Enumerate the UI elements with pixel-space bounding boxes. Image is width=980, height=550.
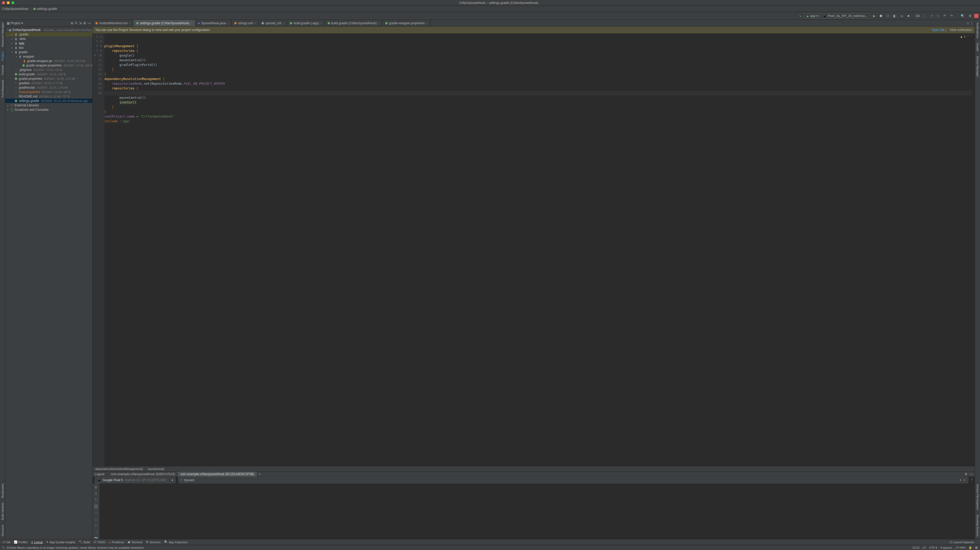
- expand-all-icon[interactable]: ⇱: [75, 21, 78, 25]
- stripe-running-devices[interactable]: Running Devices: [976, 515, 979, 536]
- indent[interactable]: 4 spaces: [940, 546, 952, 549]
- tree-item-app[interactable]: ▸▮app: [5, 41, 92, 45]
- tree-item-local-properties[interactable]: ▫local.properties2023/8/7, 10:29, 447 B: [5, 90, 92, 94]
- crumb-a[interactable]: dependencyResolutionManagement{}: [95, 468, 143, 471]
- tree-item-doc[interactable]: ▸▮doc: [5, 45, 92, 50]
- close-tab-icon[interactable]: ×: [320, 22, 322, 25]
- stripe-device-manager[interactable]: Device Manager: [976, 56, 979, 77]
- stripe-structure[interactable]: Structure: [1, 525, 4, 536]
- tab-strings-xml[interactable]: ⬢strings.xml×: [231, 20, 259, 26]
- next-icon[interactable]: ▹: [95, 518, 97, 521]
- soft-wrap-icon[interactable]: ↩: [95, 524, 97, 528]
- favorite-filter-icon[interactable]: ☆: [963, 478, 966, 482]
- device-dropdown[interactable]: 📱 Google Pixel 5 Android 13, API 33 [OFF…: [95, 477, 176, 483]
- project-tree[interactable]: ▾ ▣ CrifanXposedHook ~/dev/dev_root/crif…: [5, 27, 92, 539]
- clear-filter-icon[interactable]: ×: [960, 478, 961, 482]
- bb-git[interactable]: ⎇Git: [2, 540, 10, 544]
- tab-xposed-init[interactable]: ⬢xposed_init×: [259, 20, 287, 26]
- close-tab-icon[interactable]: ×: [426, 22, 428, 25]
- tree-item-gradlew-bat[interactable]: ▫gradlew.bat2023/8/7, 10:29, 2.76 kB: [5, 85, 92, 90]
- device-selector[interactable]: 📱 Pixel_3a_API_34_extension_level_7_ar..…: [821, 13, 870, 19]
- bb-problems[interactable]: ●Problems: [109, 540, 124, 544]
- mem-indicator[interactable]: ◧: [975, 546, 978, 549]
- tree-item-settings-gradle[interactable]: ⬢settings.gradle2023/8/9, 15:13, 351 B M…: [5, 98, 92, 103]
- minimize-window[interactable]: [7, 1, 10, 4]
- prev-icon[interactable]: ◃: [95, 512, 97, 515]
- close-window[interactable]: [2, 1, 5, 4]
- tree-item-build-gradle[interactable]: ⬢build.gradle2023/8/7, 10:29, 229 B: [5, 72, 92, 76]
- logcat-settings-icon[interactable]: ⚙: [965, 472, 967, 476]
- pause-log-icon[interactable]: ‖: [95, 491, 97, 495]
- tab-androidmanifest-xml[interactable]: ⬢AndroidManifest.xml×: [92, 20, 133, 26]
- logcat-output[interactable]: [99, 483, 975, 548]
- stripe-commit[interactable]: Commit: [1, 65, 4, 75]
- tree-item--gradle[interactable]: ▸▮.gradle: [5, 32, 92, 36]
- git-branch[interactable]: ⎇ main: [955, 546, 966, 549]
- scroll-end-icon[interactable]: ⤓: [94, 504, 98, 509]
- tab-options-icon[interactable]: ⋮: [970, 21, 973, 25]
- tree-item--idea[interactable]: ▸▮.idea: [5, 36, 92, 41]
- sync-icon[interactable]: ↘: [797, 14, 803, 18]
- tree-item--gitignore[interactable]: ▫.gitignore2023/8/7, 10:29, 225 B: [5, 68, 92, 72]
- editor-body[interactable]: 1 2 3 4 5 6 7 8 9 10 11 12 13 14 15 16 1…: [92, 33, 975, 466]
- profile-button[interactable]: ◧: [892, 14, 897, 18]
- coverage-button[interactable]: ⬡: [885, 14, 891, 18]
- git-update-button[interactable]: ↻: [935, 14, 941, 18]
- hide-notification-link[interactable]: Hide notification: [950, 28, 972, 32]
- close-tab-icon[interactable]: ×: [129, 22, 130, 25]
- redo-button[interactable]: ↷: [949, 14, 955, 18]
- tree-item-wrapper[interactable]: ▾▮wrapper: [5, 54, 92, 59]
- maximize-window[interactable]: [11, 1, 14, 4]
- caret-position[interactable]: 13:12: [912, 546, 920, 549]
- tab-build-gradle---app-[interactable]: ⬢build.gradle (:app)×: [287, 20, 325, 26]
- git-commit-button[interactable]: ✓: [921, 14, 927, 18]
- ide-avatar[interactable]: [974, 14, 978, 18]
- tab-settings-gradle--crifanxposedhook-[interactable]: ⬢settings.gradle (CrifanXposedHook)×: [133, 20, 196, 26]
- tab-gradle-wrapper-properties[interactable]: ⬢gradle-wrapper.properties×: [382, 20, 431, 26]
- git-push-button[interactable]: ↗: [928, 14, 934, 18]
- close-tab-icon[interactable]: ×: [255, 22, 256, 25]
- code-area[interactable]: ▲1 ˆ ˇpluginManagement { repositories { …: [104, 33, 975, 466]
- tree-item-gradlew[interactable]: ▫gradlew2023/8/7, 10:29, 5.77 kB: [5, 81, 92, 85]
- bb-build[interactable]: 🔨Build: [79, 540, 90, 544]
- bb-layout-inspector[interactable]: ◫Layout Inspector: [950, 540, 974, 544]
- hide-panel-icon[interactable]: —: [88, 21, 91, 25]
- tree-scratches[interactable]: ▸ ◫ Scratches and Consoles: [5, 108, 92, 112]
- crumb-b[interactable]: repositories{}: [147, 468, 164, 471]
- close-tab-icon[interactable]: ×: [227, 22, 229, 25]
- run-config-selector[interactable]: ▲ app ▾: [804, 13, 820, 19]
- tab-xposedhook-java[interactable]: ●XposedHook.java×: [196, 20, 232, 26]
- stripe-notifications[interactable]: Notifications: [976, 22, 979, 38]
- stripe-project[interactable]: Project: [1, 52, 4, 60]
- tree-item-gradle-wrapper-jar[interactable]: ▮gradle-wrapper.jar2023/8/7, 10:29, 59.2…: [5, 59, 92, 63]
- split-icon[interactable]: ⫞: [95, 530, 97, 534]
- close-tab-icon[interactable]: ×: [283, 22, 284, 25]
- inspection-summary[interactable]: ▲1 ˆ ˇ: [961, 35, 972, 39]
- logcat-tab-2[interactable]: com.example.crifanxposedhook (9C181A8D3C…: [178, 472, 257, 477]
- undo-button[interactable]: ↶: [942, 14, 948, 18]
- stripe-gradle[interactable]: Gradle: [976, 43, 979, 51]
- stripe-bookmarks[interactable]: Bookmarks: [1, 483, 4, 498]
- close-tab-icon[interactable]: ×: [378, 22, 380, 25]
- logcat-help-icon[interactable]: ?: [971, 478, 973, 482]
- clear-log-icon[interactable]: 🗑: [94, 485, 98, 489]
- breadcrumb-project[interactable]: CrifanXposedHook: [2, 7, 29, 11]
- close-tab-icon[interactable]: ×: [191, 22, 192, 25]
- tree-item-gradle-properties[interactable]: ⬢gradle.properties2023/8/7, 10:29, 1.27 …: [5, 76, 92, 81]
- stripe-build-variants[interactable]: Build Variants: [1, 502, 4, 520]
- stripe-pull-requests[interactable]: Pull Requests: [1, 80, 4, 97]
- line-ending[interactable]: LF: [923, 546, 926, 549]
- debug-button[interactable]: ⬢: [878, 14, 884, 18]
- bb-todo[interactable]: ☑TODO: [94, 540, 106, 544]
- attach-debugger-button[interactable]: ⫘: [899, 14, 905, 18]
- bb-services[interactable]: ⚙Services: [146, 540, 161, 544]
- stop-button[interactable]: ■: [906, 14, 911, 18]
- bb-app-quality[interactable]: ✦App Quality Insights: [46, 540, 75, 544]
- project-view-selector[interactable]: ▦ Project ▾: [7, 21, 23, 25]
- settings-button[interactable]: ⚙: [967, 14, 973, 18]
- logcat-hide-icon[interactable]: —: [970, 472, 973, 476]
- tree-item-gradle[interactable]: ▾▮gradle: [5, 50, 92, 54]
- settings-icon[interactable]: ⚙: [83, 21, 86, 25]
- restart-log-icon[interactable]: ↻: [95, 498, 97, 501]
- select-opened-file-icon[interactable]: ⊕: [71, 21, 73, 25]
